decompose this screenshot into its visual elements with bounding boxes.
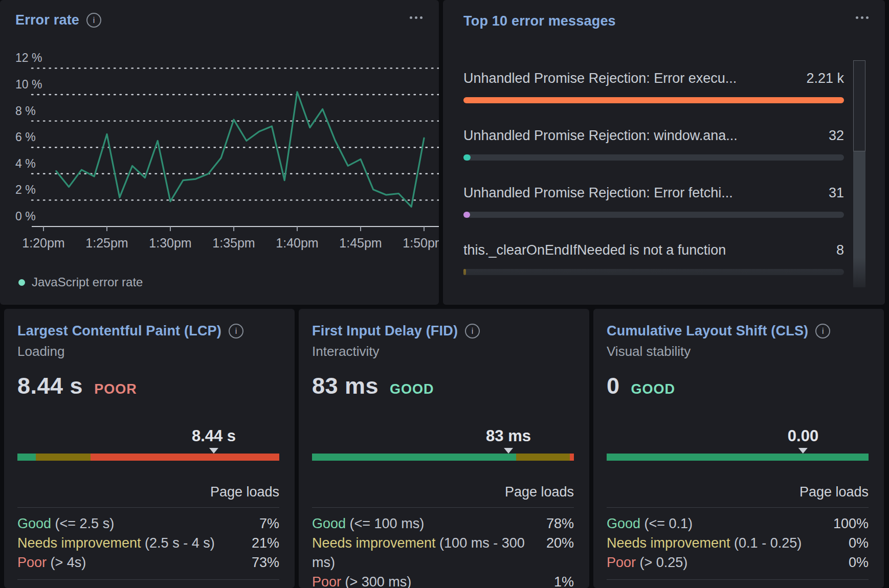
error-bar-track: [463, 97, 844, 103]
bar-segment-olive: [516, 454, 570, 461]
y-axis-label: 2 %: [15, 183, 36, 196]
threshold-row: Needs improvement (0.1 - 0.25)0%: [607, 533, 869, 553]
error-rate-line-chart[interactable]: 0 %2 %4 %6 %8 %10 %12 %1:20pm1:25pm1:30p…: [6, 44, 439, 264]
vital-title: Cumulative Layout Shift (CLS): [607, 323, 808, 339]
page-loads-label: Page loads: [607, 484, 869, 500]
distribution-bar[interactable]: [312, 454, 574, 461]
error-bar-track: [463, 212, 844, 218]
error-message-text: Unhandled Promise Rejection: Error execu…: [463, 70, 737, 87]
error-message-row[interactable]: Unhandled Promise Rejection: Error execu…: [463, 70, 844, 103]
divider: [17, 507, 279, 508]
distribution-bar[interactable]: [17, 454, 279, 461]
threshold-value: 21%: [252, 533, 279, 553]
error-rate-header: Error rate i: [15, 12, 101, 28]
error-bar-track: [463, 154, 844, 161]
x-axis-label: 1:30pm: [149, 236, 191, 250]
y-axis-label: 8 %: [15, 104, 36, 118]
vital-status-badge: GOOD: [631, 381, 676, 397]
distribution-bar[interactable]: [607, 454, 869, 461]
scrollbar[interactable]: [853, 60, 865, 287]
panel-menu-ellipsis-icon[interactable]: [410, 16, 423, 19]
error-bar-track: [463, 269, 844, 275]
bar-segment-green: [607, 454, 869, 461]
error-message-row[interactable]: Unhandled Promise Rejection: window.ana.…: [463, 127, 844, 161]
bar-segment-red: [91, 454, 279, 461]
error-rate-title: Error rate: [15, 12, 79, 28]
error-count: 32: [829, 127, 844, 144]
percentile-marker-label: 8.44 s: [192, 427, 236, 445]
error-rate-line: [56, 92, 424, 207]
info-icon[interactable]: i: [815, 324, 830, 338]
lcp-panel: Largest Contentful Paint (LCP) i Loading…: [4, 309, 295, 588]
threshold-range: (<= 100 ms): [350, 516, 425, 531]
divider: [607, 579, 869, 580]
info-icon[interactable]: i: [86, 13, 101, 28]
bar-segment-green: [312, 454, 516, 461]
threshold-value: 7%: [259, 514, 279, 533]
page-loads-label: Page loads: [312, 484, 574, 500]
threshold-value: 1%: [554, 572, 574, 588]
threshold-range: (0.1 - 0.25): [734, 535, 802, 551]
fid-panel: First Input Delay (FID) i Interactivity …: [299, 309, 589, 588]
error-count: 8: [836, 241, 844, 259]
threshold-keyword: Needs improvement: [17, 535, 145, 551]
threshold-keyword: Good: [312, 516, 350, 531]
error-message-text: Unhandled Promise Rejection: Error fetch…: [463, 184, 733, 201]
x-axis-label: 1:50pm: [403, 236, 439, 250]
marker-triangle-icon: [504, 448, 513, 454]
threshold-value: 78%: [546, 514, 574, 533]
threshold-value: 0%: [849, 553, 869, 572]
info-icon[interactable]: i: [465, 324, 480, 338]
y-axis-label: 10 %: [15, 78, 42, 91]
top-errors-title: Top 10 error messages: [463, 13, 616, 29]
error-count: 2.21 k: [806, 70, 844, 87]
threshold-keyword: Good: [607, 516, 644, 531]
legend-dot-icon: [18, 279, 25, 286]
bar-segment-green: [17, 454, 36, 461]
y-axis-label: 12 %: [15, 51, 42, 64]
error-rate-panel: Error rate i 0 %2 %4 %6 %8 %10 %12 %1:20…: [0, 0, 439, 305]
threshold-keyword: Needs improvement: [607, 535, 734, 551]
threshold-value: 0%: [849, 533, 869, 553]
top-errors-header: Top 10 error messages: [463, 13, 616, 29]
info-icon[interactable]: i: [229, 324, 243, 338]
threshold-keyword: Poor: [312, 574, 345, 588]
threshold-range: (> 0.25): [640, 555, 688, 570]
percentile-marker-label: 0.00: [788, 427, 818, 445]
x-axis-label: 1:25pm: [85, 236, 128, 250]
panel-menu-ellipsis-icon[interactable]: [856, 16, 869, 19]
threshold-row: Needs improvement (100 ms - 300 ms)20%: [312, 533, 574, 572]
vital-subtitle: Visual stability: [607, 344, 869, 359]
threshold-row: Good (<= 100 ms)78%: [312, 514, 574, 533]
threshold-rows: Good (<= 0.1)100%Needs improvement (0.1 …: [607, 514, 869, 572]
marker-triangle-icon: [209, 448, 218, 454]
x-axis-label: 1:35pm: [212, 236, 255, 250]
bar-segment-olive: [36, 454, 91, 461]
error-message-text: this._clearOnEndIfNeeded is not a functi…: [463, 241, 726, 259]
error-count: 31: [829, 184, 844, 201]
vital-status-badge: POOR: [94, 381, 137, 397]
percentile-marker: 0.00: [788, 427, 818, 454]
error-message-row[interactable]: Unhandled Promise Rejection: Error fetch…: [463, 184, 844, 218]
divider: [312, 507, 574, 508]
threshold-row: Poor (> 4s)73%: [17, 553, 279, 572]
threshold-keyword: Good: [17, 516, 55, 531]
divider: [607, 507, 869, 508]
threshold-row: Good (<= 2.5 s)7%: [17, 514, 279, 533]
legend-label: JavaScript error rate: [32, 275, 143, 289]
threshold-value: 100%: [833, 514, 869, 533]
threshold-value: 73%: [252, 553, 279, 572]
y-axis-label: 6 %: [15, 130, 36, 144]
threshold-row: Good (<= 0.1)100%: [607, 514, 869, 533]
vital-value: 0: [607, 373, 620, 399]
threshold-value: 20%: [546, 533, 574, 572]
error-message-row[interactable]: this._clearOnEndIfNeeded is not a functi…: [463, 241, 844, 275]
bar-segment-red: [570, 454, 574, 461]
scrollbar-thumb[interactable]: [853, 60, 865, 151]
vital-status-badge: GOOD: [390, 381, 434, 397]
vital-value: 83 ms: [312, 373, 379, 399]
x-axis-label: 1:45pm: [339, 236, 382, 250]
legend-item-js-error-rate[interactable]: JavaScript error rate: [18, 275, 143, 289]
percentile-marker-label: 83 ms: [486, 427, 531, 445]
page-loads-label: Page loads: [17, 484, 279, 500]
